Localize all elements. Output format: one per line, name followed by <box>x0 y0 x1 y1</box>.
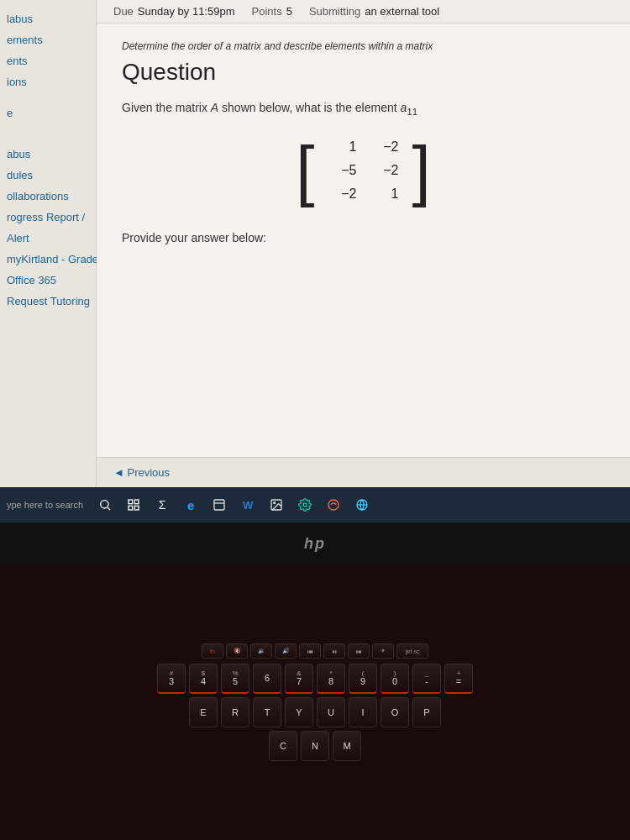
fn-row: fn 🔇 🔉 🔊 ⏮ ⏯ ⏭ ✈ prt sc <box>202 643 428 659</box>
top-bar: Due Sunday by 11:59pm Points 5 Submittin… <box>97 0 630 24</box>
key-4[interactable]: $4 <box>189 664 218 694</box>
svg-point-10 <box>303 503 307 507</box>
taskbar-photo-icon[interactable] <box>322 493 345 517</box>
key-prev[interactable]: ⏮ <box>299 643 321 659</box>
key-r[interactable]: R <box>221 697 249 727</box>
sidebar-item-quizzes[interactable]: ents <box>0 50 96 71</box>
key-n[interactable]: N <box>301 731 329 761</box>
taskbar-sigma-icon[interactable]: Σ <box>150 493 174 517</box>
key-i[interactable]: I <box>349 697 377 727</box>
sidebar-item-blank2[interactable]: e <box>0 102 96 123</box>
sidebar-item-office[interactable]: Office 365 <box>0 270 96 291</box>
key-9[interactable]: (9 <box>349 664 377 694</box>
key-5[interactable]: %5 <box>221 664 249 694</box>
key-p[interactable]: P <box>412 697 441 727</box>
taskbar-browser-icon[interactable] <box>350 493 374 517</box>
key-6[interactable]: 6 <box>253 664 281 694</box>
taskbar: ype here to search Σ e W <box>0 487 630 522</box>
taskbar-image-icon[interactable] <box>265 493 288 517</box>
key-equals[interactable]: += <box>444 664 473 694</box>
svg-rect-6 <box>214 500 224 510</box>
main-content: Due Sunday by 11:59pm Points 5 Submittin… <box>97 0 630 487</box>
key-y[interactable]: Y <box>285 697 313 727</box>
matrix-container: [ 1 −2 −5 −2 −2 1 ] <box>122 135 605 206</box>
key-playpause[interactable]: ⏯ <box>323 643 345 659</box>
due-info: Due Sunday by 11:59pm <box>113 5 235 18</box>
taskbar-search-icon[interactable] <box>93 493 117 517</box>
key-m[interactable]: M <box>333 731 361 761</box>
matrix-cell-1-1: −2 <box>364 161 406 180</box>
taskbar-files-icon[interactable] <box>207 493 231 517</box>
matrix-cell-2-0: −2 <box>322 185 364 203</box>
letter-row-bottom: C N M <box>269 731 361 761</box>
svg-rect-5 <box>134 506 139 510</box>
taskbar-grid-icon[interactable] <box>122 493 145 517</box>
svg-point-9 <box>274 502 276 504</box>
sidebar-divider3 <box>0 134 96 144</box>
nav-bar: ◄ Previous <box>97 457 630 487</box>
submitting-label: Submitting <box>309 5 360 18</box>
key-3[interactable]: #3 <box>157 664 186 694</box>
sidebar-item-modules[interactable]: dules <box>0 165 96 186</box>
taskbar-search-text: ype here to search <box>7 500 83 510</box>
points-label: Points <box>252 5 282 18</box>
taskbar-word-icon[interactable]: W <box>236 493 260 517</box>
key-vol-down[interactable]: 🔉 <box>250 643 272 659</box>
matrix-cell-0-1: −2 <box>364 138 406 156</box>
matrix-cell-1-0: −5 <box>322 161 364 180</box>
number-row: #3 $4 %5 6 &7 *8 (9 )0 _- += <box>157 664 473 694</box>
svg-line-1 <box>108 507 110 510</box>
key-c[interactable]: C <box>269 731 297 761</box>
sidebar-item-progress[interactable]: rogress Report / <box>0 207 96 228</box>
matrix-wrapper: [ 1 −2 −5 −2 −2 1 ] <box>296 135 430 206</box>
matrix-cell-2-1: 1 <box>364 185 406 203</box>
key-airplane[interactable]: ✈ <box>372 643 394 659</box>
sidebar-item-tutoring[interactable]: Request Tutoring <box>0 291 96 312</box>
key-t[interactable]: T <box>253 697 281 727</box>
matrix-grid: 1 −2 −5 −2 −2 1 <box>322 135 406 206</box>
browser-area: labus ements ents ions e abus dules olla… <box>0 0 630 487</box>
due-label: Due <box>113 5 134 18</box>
svg-rect-3 <box>134 500 139 504</box>
matrix-cell-0-0: 1 <box>322 138 364 156</box>
sidebar-divider2 <box>0 123 96 134</box>
sidebar-item-assignments[interactable]: ements <box>0 29 96 50</box>
question-title: Question <box>122 59 605 86</box>
svg-point-0 <box>101 501 108 508</box>
sidebar-item-alert[interactable]: Alert <box>0 228 96 249</box>
question-body: Given the matrix A shown below, what is … <box>122 99 605 118</box>
matrix-bracket-right: ] <box>412 137 431 204</box>
submitting-value: an external tool <box>365 5 439 18</box>
sidebar-item-syllabus[interactable]: labus <box>0 8 96 29</box>
svg-rect-2 <box>129 500 133 504</box>
points-value: 5 <box>286 5 292 18</box>
sidebar: labus ements ents ions e abus dules olla… <box>0 0 97 487</box>
taskbar-settings-icon[interactable] <box>293 493 317 517</box>
key-mute[interactable]: 🔇 <box>226 643 248 659</box>
sidebar-item-discussions[interactable]: ions <box>0 71 96 92</box>
key-u[interactable]: U <box>317 697 345 727</box>
key-e[interactable]: E <box>189 697 218 727</box>
sidebar-item-grades[interactable]: myKirtland - Grades <box>0 249 96 270</box>
matrix-bracket-left: [ <box>296 137 314 204</box>
sidebar-item-abus[interactable]: abus <box>0 144 96 165</box>
key-o[interactable]: O <box>381 697 409 727</box>
key-next[interactable]: ⏭ <box>348 643 370 659</box>
fn-key[interactable]: fn <box>202 643 223 659</box>
svg-rect-4 <box>129 506 133 510</box>
key-8[interactable]: *8 <box>317 664 345 694</box>
key-prtsc[interactable]: prt sc <box>396 643 428 659</box>
taskbar-edge-icon[interactable]: e <box>179 493 202 517</box>
key-7[interactable]: &7 <box>285 664 313 694</box>
key-vol-up[interactable]: 🔊 <box>275 643 297 659</box>
points-info: Points 5 <box>252 5 292 18</box>
previous-link[interactable]: ◄ Previous <box>113 466 170 479</box>
sidebar-divider <box>0 92 96 102</box>
content-area: Determine the order of a matrix and desc… <box>97 24 630 457</box>
keyboard-area: fn 🔇 🔉 🔊 ⏮ ⏯ ⏭ ✈ prt sc #3 $4 %5 6 &7 *8… <box>0 564 630 840</box>
key-0[interactable]: )0 <box>381 664 409 694</box>
sidebar-item-collab[interactable]: ollaborations <box>0 186 96 207</box>
due-value: Sunday by 11:59pm <box>138 5 235 18</box>
key-minus[interactable]: _- <box>412 664 441 694</box>
hp-logo: hp <box>304 535 326 553</box>
